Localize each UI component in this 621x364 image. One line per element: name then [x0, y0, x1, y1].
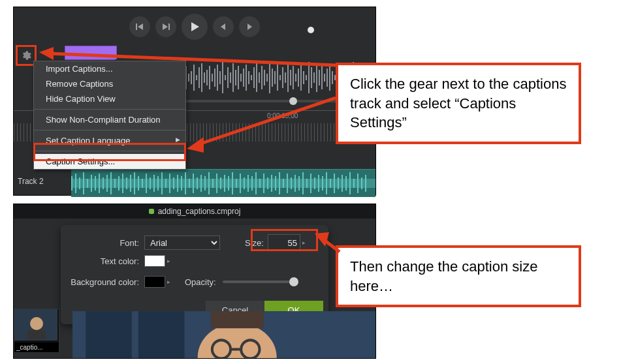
- svg-rect-189: [211, 311, 264, 328]
- svg-rect-48: [219, 71, 221, 84]
- prev-frame-button[interactable]: [129, 16, 150, 37]
- menu-separator: [34, 151, 185, 151]
- timeline-editor-panel: 0:00:15;00 Track 2 Rec 7-15-2018 1 Impor…: [13, 7, 376, 196]
- svg-rect-63: [259, 72, 260, 83]
- gear-icon: [21, 50, 31, 61]
- svg-rect-149: [240, 174, 241, 193]
- svg-rect-42: [204, 72, 205, 83]
- svg-rect-148: [236, 179, 237, 188]
- menu-separator: [34, 130, 185, 130]
- opacity-slider[interactable]: [223, 281, 296, 283]
- svg-rect-71: [279, 75, 281, 80]
- svg-rect-61: [253, 67, 255, 88]
- svg-rect-138: [197, 177, 198, 189]
- svg-rect-51: [227, 67, 229, 88]
- svg-rect-161: [287, 174, 288, 193]
- svg-rect-109: [83, 172, 84, 194]
- svg-rect-127: [153, 175, 155, 192]
- svg-rect-165: [302, 172, 304, 194]
- menu-import-captions[interactable]: Import Captions...: [34, 61, 185, 76]
- svg-rect-114: [103, 177, 104, 189]
- svg-rect-140: [204, 176, 206, 190]
- svg-rect-82: [308, 62, 310, 93]
- svg-rect-80: [303, 71, 304, 84]
- svg-rect-89: [326, 68, 328, 87]
- text-color-label: Text color:: [61, 256, 139, 266]
- scrub-slider[interactable]: [308, 27, 366, 33]
- bg-color-swatch[interactable]: [144, 276, 165, 288]
- svg-rect-110: [87, 179, 88, 188]
- svg-rect-38: [193, 65, 195, 91]
- svg-rect-152: [251, 176, 253, 190]
- svg-rect-56: [240, 74, 242, 82]
- next-marker-button[interactable]: [239, 16, 260, 37]
- svg-rect-136: [189, 179, 190, 188]
- svg-rect-186: [86, 311, 132, 358]
- canvas-preview[interactable]: [72, 311, 375, 358]
- svg-rect-154: [259, 179, 261, 188]
- svg-rect-187: [138, 311, 185, 358]
- svg-rect-137: [193, 174, 194, 193]
- next-frame-button[interactable]: [155, 16, 176, 37]
- captions-context-menu: Import Captions... Remove Captions Hide …: [33, 61, 186, 170]
- svg-rect-58: [246, 65, 247, 91]
- captions-clip[interactable]: [65, 46, 117, 60]
- svg-rect-60: [251, 75, 252, 80]
- svg-rect-67: [269, 62, 270, 93]
- svg-rect-170: [322, 176, 323, 190]
- svg-rect-36: [188, 74, 189, 82]
- project-tab[interactable]: adding_captions.cmproj: [14, 204, 375, 219]
- svg-rect-50: [225, 75, 226, 80]
- menu-show-noncompliant[interactable]: Show Non-Compliant Duration: [34, 112, 185, 127]
- svg-rect-119: [122, 174, 123, 193]
- svg-rect-57: [243, 68, 244, 87]
- menu-remove-captions[interactable]: Remove Captions: [34, 76, 185, 91]
- size-input[interactable]: [268, 234, 300, 251]
- svg-rect-177: [349, 172, 351, 194]
- track-label: Track 2: [18, 177, 44, 186]
- svg-rect-79: [300, 65, 302, 91]
- size-stepper-arrow[interactable]: ▸: [302, 239, 306, 246]
- svg-rect-169: [318, 175, 319, 192]
- play-button[interactable]: [182, 14, 208, 40]
- svg-rect-134: [181, 176, 182, 190]
- svg-rect-59: [248, 71, 249, 84]
- svg-marker-6: [247, 23, 252, 30]
- svg-rect-145: [224, 175, 225, 192]
- svg-rect-54: [235, 70, 236, 85]
- svg-rect-167: [310, 174, 311, 193]
- svg-rect-39: [196, 75, 197, 80]
- svg-rect-83: [311, 67, 312, 88]
- svg-rect-153: [255, 172, 257, 194]
- svg-rect-175: [342, 175, 343, 192]
- media-clip[interactable]: [71, 169, 375, 197]
- svg-rect-118: [118, 176, 119, 190]
- svg-rect-120: [126, 177, 127, 189]
- font-select[interactable]: Arial: [144, 235, 220, 250]
- svg-rect-176: [345, 176, 347, 190]
- menu-caption-settings[interactable]: Caption Settings...: [34, 154, 185, 169]
- annotation-text-2: Then change the caption size here…: [350, 258, 537, 294]
- svg-rect-72: [282, 67, 283, 88]
- svg-rect-124: [142, 179, 143, 188]
- svg-rect-47: [217, 65, 218, 91]
- bg-color-arrow[interactable]: ▸: [167, 279, 170, 285]
- prev-marker-button[interactable]: [213, 16, 234, 37]
- svg-rect-139: [200, 175, 202, 192]
- svg-rect-121: [130, 175, 131, 192]
- svg-rect-122: [134, 172, 135, 194]
- menu-hide-caption-view[interactable]: Hide Caption View: [34, 91, 185, 106]
- svg-marker-3: [163, 23, 168, 30]
- svg-rect-162: [291, 177, 292, 189]
- text-color-arrow[interactable]: ▸: [167, 258, 170, 264]
- text-color-swatch[interactable]: [144, 255, 165, 267]
- menu-set-caption-language[interactable]: Set Caption Language: [34, 133, 185, 148]
- svg-rect-156: [267, 177, 268, 189]
- svg-rect-151: [247, 175, 249, 192]
- timeline-scroll-thumb[interactable]: [289, 97, 297, 105]
- svg-rect-141: [208, 172, 210, 194]
- opacity-thumb[interactable]: [289, 277, 298, 286]
- media-bin-thumbnail[interactable]: _captio...: [14, 309, 59, 353]
- svg-rect-166: [306, 179, 308, 188]
- svg-marker-1: [138, 23, 143, 30]
